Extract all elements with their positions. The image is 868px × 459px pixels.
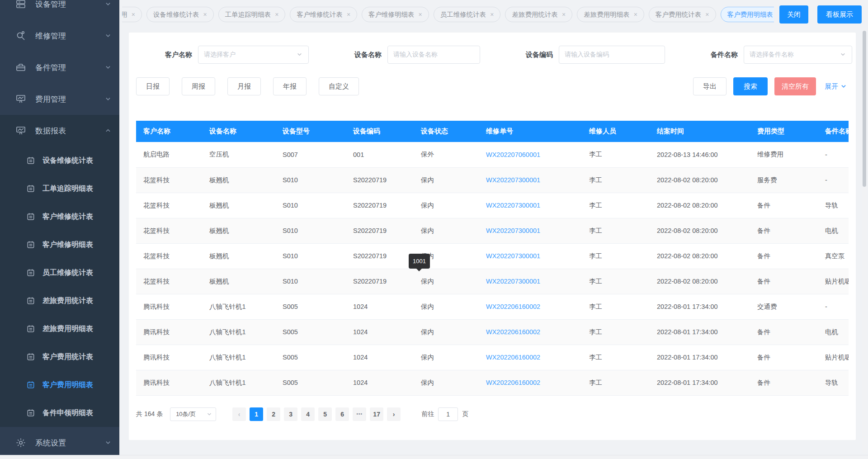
sidebar-subitem[interactable]: 工单追踪明细表 [0,175,119,203]
tab[interactable]: 员工维修统计表× [434,7,501,22]
sidebar-item[interactable]: 备件管理 [0,52,119,83]
close-tab-icon[interactable]: × [490,11,494,18]
export-button[interactable]: 导出 [693,77,726,95]
page-button[interactable]: 6 [335,407,349,421]
page-button[interactable]: 2 [267,407,280,421]
table-cell: S20220719 [348,167,415,193]
close-tab-icon[interactable]: × [419,11,422,18]
tooltip: 1001 [409,254,430,269]
report-range-button[interactable]: 年报 [273,77,307,95]
table-cell: 八轴飞针机1 [204,294,277,319]
workorder-link[interactable]: WX202206160002 [481,319,584,345]
expand-toggle[interactable]: 展开 [825,82,847,91]
sidebar-item[interactable]: 维修管理 [0,20,119,52]
board-display-button[interactable]: 看板展示 [817,5,862,24]
workorder-link[interactable]: WX202206160002 [481,294,584,319]
page-button[interactable]: 1 [250,407,263,421]
report-range-button[interactable]: 自定义 [319,77,359,95]
calendar-icon [26,380,35,389]
workorder-link[interactable]: WX202206160002 [481,345,584,370]
table-cell: 1024 [348,345,415,370]
filter-select[interactable]: 请选择客户 [198,46,309,64]
report-range-button[interactable]: 周报 [182,77,215,95]
report-range-button[interactable]: 月报 [227,77,261,95]
sidebar-subitem[interactable]: 差旅费用统计表 [0,287,119,315]
page-button[interactable]: 4 [301,407,315,421]
workorder-link[interactable]: WX202207060001 [481,142,584,167]
sidebar-subitem-label: 客户维修统计表 [42,212,93,222]
filter-input[interactable]: 请输入设备名称 [387,46,480,64]
workorder-link[interactable]: WX202207300001 [481,269,584,294]
tab[interactable]: 客户维修统计表× [290,7,357,22]
page-size-select[interactable]: 10条/页 [170,407,216,421]
sidebar-subitem-label: 员工维修统计表 [42,268,93,278]
report-range-button[interactable]: 日报 [136,77,170,95]
sidebar-subitem[interactable]: 员工维修统计表 [0,259,119,287]
column-header: 设备编码 [348,121,415,142]
tab[interactable]: 工单追踪明细表× [218,7,286,22]
sidebar-item[interactable]: 费用管理 [0,83,119,115]
close-button[interactable]: 关闭 [779,5,808,24]
sidebar-subitem[interactable]: 备件申领明细表 [0,399,119,427]
chevron-down-icon [840,83,847,90]
close-tab-icon[interactable]: × [203,11,207,18]
toolbox-icon [15,62,26,73]
page-button[interactable]: 5 [318,407,332,421]
sidebar-item[interactable]: 数据报表 [0,115,119,147]
search-button[interactable]: 搜索 [733,77,768,95]
sidebar-subitem[interactable]: 客户维修统计表 [0,203,119,231]
close-tab-icon[interactable]: × [347,11,350,18]
scrollbar-thumb[interactable] [863,31,866,187]
tab[interactable]: 客户费用统计表× [649,7,716,22]
workorder-link[interactable]: WX202207300001 [481,218,584,243]
tab[interactable]: 差旅费用明细表× [577,7,644,22]
workorder-link[interactable]: WX202207300001 [481,243,584,269]
table-cell: 2022-08-02 08:20:00 [651,193,752,218]
table-cell: 腾讯科技 [136,370,204,395]
page-button[interactable]: 3 [284,407,297,421]
clear-all-button[interactable]: 清空所有 [774,77,816,95]
column-header: 设备名称 [204,121,277,142]
sidebar-subitem[interactable]: 客户维修明细表 [0,231,119,259]
tab[interactable]: 差旅费用统计表× [505,7,572,22]
sidebar-item[interactable]: 设备管理 [0,0,119,20]
filter-input[interactable]: 请输入设备编码 [559,46,665,64]
table-cell: 2022-08-02 08:20:00 [651,167,752,193]
goto-page-input[interactable] [438,407,458,421]
workorder-link[interactable]: WX202206160002 [481,370,584,395]
close-tab-icon[interactable]: × [634,11,637,18]
sidebar-subitem[interactable]: 差旅费用明细表 [0,315,119,343]
chevron-down-icon [105,64,111,71]
table-cell: 贴片机吸嘴 [820,345,849,370]
close-tab-icon[interactable]: × [705,11,709,18]
tab[interactable]: 设备维修统计表× [146,7,214,22]
page-ellipsis[interactable]: ••• [353,407,366,421]
page-button[interactable]: 17 [370,407,383,421]
prev-page-button[interactable]: ‹ [232,407,246,421]
tab[interactable]: 用× [122,7,142,22]
next-page-button[interactable]: › [387,407,401,421]
tab[interactable]: 客户费用明细表× [721,7,774,22]
tab[interactable]: 客户维修明细表× [362,7,429,22]
table-cell: 2022-08-01 17:34:00 [651,370,752,395]
chevron-down-icon [207,412,212,417]
table-cell: 空压机 [204,142,277,167]
placeholder-text: 请输入设备编码 [565,51,659,59]
tab-label: 员工维修统计表 [440,10,486,19]
table-cell: 2022-08-01 17:34:00 [651,319,752,345]
workorder-link[interactable]: WX202207300001 [481,193,584,218]
sidebar-subitem[interactable]: 设备维修统计表 [0,147,119,175]
table-cell: 花篮科技 [136,243,204,269]
sidebar-subitem[interactable]: 客户费用统计表 [0,343,119,371]
workorder-link[interactable]: WX202207300001 [481,167,584,193]
table-cell: S20220719 [348,269,415,294]
close-tab-icon[interactable]: × [132,11,135,18]
horizontal-scrollbar[interactable] [0,455,868,459]
close-tab-icon[interactable]: × [562,11,566,18]
filter-select[interactable]: 请选择备件名称 [744,46,852,64]
column-header: 备件名称 [820,121,849,142]
vertical-scrollbar[interactable] [862,28,867,454]
sidebar-item-settings[interactable]: 系统设置 [0,427,119,459]
close-tab-icon[interactable]: × [275,11,278,18]
sidebar-subitem[interactable]: 客户费用明细表 [0,371,119,399]
